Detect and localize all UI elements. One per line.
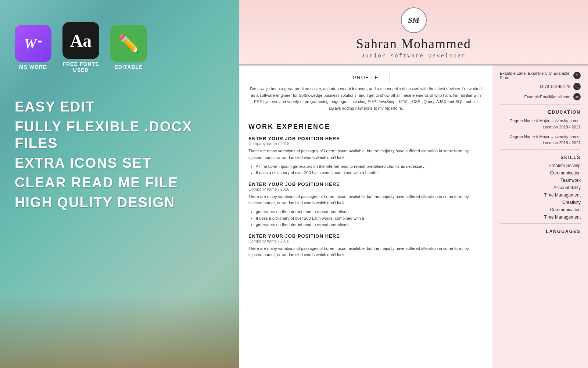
resume-header: SM Sahran Mohammed Junior software Devel… bbox=[239, 0, 588, 66]
resume-panel: SM Sahran Mohammed Junior software Devel… bbox=[239, 0, 588, 368]
job-desc-3: There are many variations of passages of… bbox=[248, 245, 483, 258]
skill-2: Communication bbox=[500, 170, 581, 176]
job-company-3: Company name / 2018 bbox=[248, 239, 483, 243]
contact-phone-text: 0078 123 456 78 bbox=[540, 84, 570, 89]
skill-6: Creativity bbox=[500, 200, 581, 205]
location-icon: 📍 bbox=[573, 72, 581, 79]
bullet-1-2: It uses a dictionary of over 200 Latin w… bbox=[256, 170, 483, 176]
feature-readme: CLEAR READ ME FILE bbox=[15, 174, 224, 191]
job-title-2: ENTER YOUR JOB POSITION HERE bbox=[248, 181, 483, 187]
bullet-2-3: generators on the Internet tend to repea… bbox=[256, 222, 483, 228]
phone-icon: 📞 bbox=[573, 83, 581, 90]
edu-item-2: Degree Name // Major University name, Lo… bbox=[500, 134, 581, 146]
profile-text: I've always been a great problem solver,… bbox=[248, 86, 483, 112]
word-icon: W ≡ bbox=[15, 25, 51, 62]
job-title-1: ENTER YOUR JOB POSITION HERE bbox=[248, 136, 483, 141]
job-entry-3: ENTER YOUR JOB POSITION HERE Company nam… bbox=[248, 233, 483, 258]
edit-label: EDITABLE bbox=[115, 64, 143, 70]
languages-title: LANGUAGES bbox=[500, 229, 581, 234]
feature-flexible: FULLY FLEXIBLE .DOCX FILES bbox=[15, 118, 224, 152]
skill-7: Communication bbox=[500, 207, 581, 212]
bullet-2-2: It uses a dictionary of over 200 Latin w… bbox=[256, 215, 483, 222]
job-entry-2: ENTER YOUR JOB POSITION HERE Company nam… bbox=[248, 181, 483, 228]
skills-title: SKILLS bbox=[500, 155, 581, 160]
skill-4: Accountability bbox=[500, 185, 581, 190]
icons-row: W ≡ MS WORD Aa FREE FONTSUSED ✏️ EDITABL… bbox=[15, 22, 147, 73]
skill-1: Problem Solving bbox=[500, 163, 581, 168]
features-list: EASY EDIT FULLY FLEXIBLE .DOCX FILES EXT… bbox=[15, 99, 224, 211]
job-bullets-2: generators on the Internet tend to repea… bbox=[248, 209, 483, 228]
bullet-2-1: generators on the Internet tend to repea… bbox=[256, 209, 483, 215]
skill-8: Time Management bbox=[500, 215, 581, 220]
job-desc-1: There are many variations of passages of… bbox=[248, 148, 483, 161]
edu-item-1: Degree Name // Major University name, Lo… bbox=[500, 118, 581, 130]
font-icon: Aa bbox=[62, 22, 99, 59]
job-entry-1: ENTER YOUR JOB POSITION HERE Company nam… bbox=[248, 136, 483, 176]
skill-5: Time Management bbox=[500, 192, 581, 198]
contact-email: ExampleEmail@mail.com ✉ bbox=[500, 93, 581, 100]
feature-icons: EXTRA ICONS SET bbox=[15, 155, 224, 172]
job-company-1: Company name / 2018 bbox=[248, 141, 483, 146]
job-company-2: Company name / 2018 bbox=[248, 187, 483, 191]
right-divider-1 bbox=[500, 104, 581, 105]
feature-easy-edit: EASY EDIT bbox=[15, 99, 224, 116]
resume-sidebar: Example Lane, Example City, Example Stat… bbox=[492, 66, 588, 368]
work-section-title: WORK EXPERIENCE bbox=[248, 123, 483, 131]
edit-icon-group: ✏️ EDITABLE bbox=[110, 25, 147, 70]
edit-icon: ✏️ bbox=[110, 25, 147, 62]
skill-3: Teamwork bbox=[500, 178, 581, 183]
word-icon-group: W ≡ MS WORD bbox=[15, 25, 51, 70]
resume-name: Sahran Mohammed bbox=[250, 36, 577, 52]
resume-title: Junior software Developer bbox=[250, 53, 577, 59]
resume-main-column: PROFILE I've always been a great problem… bbox=[239, 66, 492, 368]
font-label: FREE FONTSUSED bbox=[63, 61, 99, 73]
job-desc-2: There are many variations of passages of… bbox=[248, 194, 483, 206]
bullet-1-1: All the Lorem Ipsum generators on the In… bbox=[256, 163, 483, 170]
contact-address-text: Example Lane, Example City, Example Stat… bbox=[500, 71, 570, 80]
contact-phone: 0078 123 456 78 📞 bbox=[500, 83, 581, 90]
job-title-3: ENTER YOUR JOB POSITION HERE bbox=[248, 233, 483, 239]
email-icon: ✉ bbox=[573, 93, 581, 100]
divider bbox=[248, 119, 483, 119]
word-label: MS WORD bbox=[19, 64, 47, 70]
profile-label: PROFILE bbox=[342, 73, 390, 82]
monogram-text: SM bbox=[408, 15, 420, 25]
education-title: EDUCATION bbox=[500, 110, 581, 115]
right-divider-3 bbox=[500, 223, 581, 224]
edu-item-2-text: Degree Name // Major University name, Lo… bbox=[510, 134, 581, 145]
right-divider-2 bbox=[500, 149, 581, 150]
edu-item-1-text: Degree Name // Major University name, Lo… bbox=[510, 118, 581, 129]
contact-email-text: ExampleEmail@mail.com bbox=[524, 95, 570, 99]
monogram-circle: SM bbox=[401, 7, 427, 33]
feature-design: HIGH QULITY DESIGN bbox=[15, 194, 224, 211]
profile-section: PROFILE I've always been a great problem… bbox=[248, 73, 483, 112]
left-panel: W ≡ MS WORD Aa FREE FONTSUSED ✏️ EDITABL… bbox=[0, 0, 239, 368]
resume-body: PROFILE I've always been a great problem… bbox=[239, 66, 588, 368]
job-bullets-1: All the Lorem Ipsum generators on the In… bbox=[248, 163, 483, 176]
font-icon-group: Aa FREE FONTSUSED bbox=[62, 22, 99, 73]
contact-address: Example Lane, Example City, Example Stat… bbox=[500, 71, 581, 80]
